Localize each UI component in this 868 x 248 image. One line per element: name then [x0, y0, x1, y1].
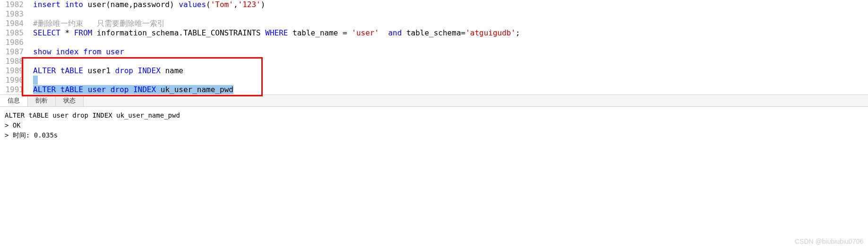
code-content[interactable]: show index from user [28, 47, 124, 57]
code-content[interactable] [28, 9, 33, 19]
token: information_schema.TABLE_CONSTRAINTS [92, 28, 265, 37]
token: show [33, 47, 52, 56]
token: ; [516, 28, 520, 37]
token: ) [261, 0, 266, 9]
output-line: ALTER tABLE user drop INDEX uk_user_name… [5, 111, 863, 120]
line-number: 1988 [0, 57, 28, 66]
token: ALTER [33, 85, 56, 94]
line-number: 1987 [0, 47, 28, 57]
token [56, 85, 60, 94]
code-line[interactable]: 1990 [0, 76, 868, 85]
result-tabbar: 信息剖析状态 [0, 94, 868, 107]
token: ALTER [33, 66, 56, 75]
token: index [56, 47, 78, 56]
line-number: 1991 [0, 85, 28, 94]
result-tab[interactable]: 剖析 [28, 95, 56, 106]
output-line: > 时间: 0.035s [5, 130, 863, 140]
token: table_schema= [402, 28, 465, 37]
code-content[interactable]: ALTER tABLE user1 drop INDEX name [28, 66, 183, 76]
token [60, 0, 65, 9]
token: WHERE [265, 28, 288, 37]
code-line[interactable]: 1987show index from user [0, 47, 868, 57]
code-content[interactable]: insert into user(name,password) values('… [28, 0, 265, 9]
token: into [65, 0, 83, 9]
code-line[interactable]: 1991ALTER tABLE user drop INDEX uk_user_… [0, 85, 868, 94]
code-content[interactable]: SELECT * FROM information_schema.TABLE_C… [28, 28, 520, 38]
code-content[interactable] [28, 57, 33, 66]
token: user [88, 85, 106, 94]
sql-editor[interactable]: 1982insert into user(name,password) valu… [0, 0, 868, 94]
token [129, 85, 133, 94]
token: user [106, 47, 124, 56]
code-line[interactable]: 1984#删除唯一约束 只需要删除唯一索引 [0, 19, 868, 28]
code-line[interactable]: 1986 [0, 38, 868, 47]
token: * [60, 28, 74, 37]
token: tABLE [60, 85, 83, 94]
token: drop [115, 66, 133, 75]
output-line: > OK [5, 120, 863, 130]
token: 'Tom' [211, 0, 233, 9]
line-number: 1983 [0, 9, 28, 19]
token: user1 [83, 66, 115, 75]
token: name [161, 66, 183, 75]
token: table_name = [288, 28, 352, 37]
line-number: 1990 [0, 76, 28, 85]
token [83, 85, 88, 94]
code-content[interactable]: ALTER tABLE user drop INDEX uk_user_name… [28, 85, 233, 94]
token: values [179, 0, 206, 9]
token: user(name,password) [83, 0, 179, 9]
token: 'user' [352, 28, 379, 37]
token: uk_user_name_pwd [156, 85, 233, 94]
token: SELECT [33, 28, 60, 37]
line-number: 1984 [0, 19, 28, 28]
token [78, 47, 83, 56]
token [56, 66, 60, 75]
token: '123' [238, 0, 261, 9]
token: insert [33, 0, 60, 9]
result-tab[interactable]: 信息 [0, 95, 28, 106]
watermark: CSDN @biubiubiu0706 [795, 238, 863, 245]
line-number: 1982 [0, 0, 28, 9]
token [33, 76, 38, 85]
line-number: 1989 [0, 66, 28, 76]
result-output: ALTER tABLE user drop INDEX uk_user_name… [0, 107, 868, 144]
token: #删除唯一约束 只需要删除唯一索引 [33, 19, 165, 28]
token: from [83, 47, 102, 56]
line-number: 1986 [0, 38, 28, 47]
token [102, 47, 106, 56]
token: , [233, 0, 238, 9]
code-line[interactable]: 1982insert into user(name,password) valu… [0, 0, 868, 9]
code-content[interactable] [28, 76, 38, 85]
token [106, 85, 111, 94]
code-content[interactable]: #删除唯一约束 只需要删除唯一索引 [28, 19, 165, 28]
line-number: 1985 [0, 28, 28, 38]
token: ( [206, 0, 211, 9]
token: INDEX [138, 66, 161, 75]
token: drop [111, 85, 129, 94]
token [133, 66, 138, 75]
token [379, 28, 388, 37]
code-line[interactable]: 1983 [0, 9, 868, 19]
token: FROM [74, 28, 93, 37]
token: 'atguigudb' [465, 28, 516, 37]
code-line[interactable]: 1988 [0, 57, 868, 66]
result-tab[interactable]: 状态 [56, 95, 84, 106]
token: tABLE [60, 66, 83, 75]
code-content[interactable] [28, 38, 33, 47]
code-line[interactable]: 1989ALTER tABLE user1 drop INDEX name [0, 66, 868, 76]
code-line[interactable]: 1985SELECT * FROM information_schema.TAB… [0, 28, 868, 38]
token [52, 47, 56, 56]
token: and [388, 28, 402, 37]
token: INDEX [133, 85, 156, 94]
